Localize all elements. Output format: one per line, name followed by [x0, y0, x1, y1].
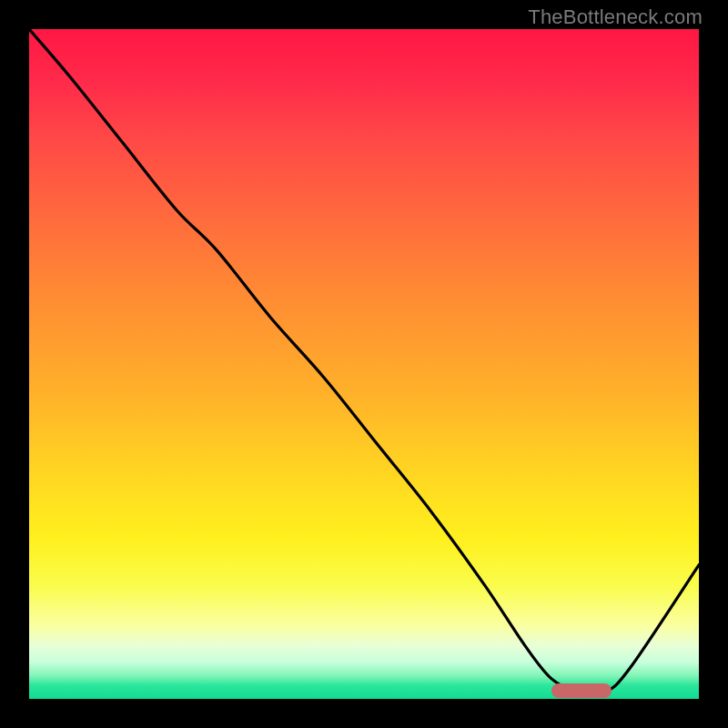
- plot-area: [29, 29, 699, 699]
- bottleneck-curve: [29, 29, 699, 699]
- attribution-text: TheBottleneck.com: [528, 5, 703, 29]
- chart-frame: TheBottleneck.com: [0, 0, 728, 728]
- optimal-range-marker: [551, 683, 612, 698]
